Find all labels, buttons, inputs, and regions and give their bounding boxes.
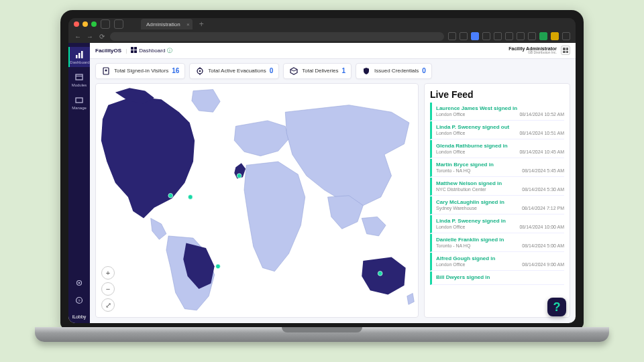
- ext-icon[interactable]: [517, 32, 525, 40]
- sidebar-settings[interactable]: [68, 276, 90, 290]
- account-menu[interactable]: Facility Administrator GB Distribution I…: [508, 46, 557, 54]
- feed-item-location: London Office: [436, 131, 465, 135]
- ext-icon[interactable]: [562, 32, 570, 40]
- feed-item[interactable]: Laurence James West signed inLondon Offi…: [430, 103, 564, 121]
- ext-icon[interactable]: [471, 32, 479, 40]
- ext-icon[interactable]: [505, 32, 513, 40]
- browser-window: Administration × + ← → ⟳: [68, 18, 576, 323]
- help-fab[interactable]: ?: [547, 298, 566, 316]
- feed-item-location: Sydney Warehouse: [436, 206, 477, 210]
- feed-item-location: NYC Distribution Center: [436, 187, 486, 192]
- zoom-out-button[interactable]: −: [101, 282, 115, 296]
- feed-item-time: 08/14/2024 9:00 AM: [522, 262, 564, 267]
- feed-item-location: Toronto - NA HQ: [436, 243, 470, 248]
- bars-icon: [75, 50, 85, 59]
- stat-label: Total Signed-in Visitors: [114, 68, 168, 74]
- badge-icon: [101, 66, 111, 76]
- feed-item-time: 08/14/2024 10:00 AM: [519, 225, 564, 229]
- map-pin[interactable]: [378, 271, 382, 276]
- sidebar-help[interactable]: ?: [68, 293, 90, 308]
- map-pin[interactable]: [216, 264, 221, 269]
- new-tab-icon[interactable]: +: [199, 19, 204, 29]
- feed-item[interactable]: Glenda Rathburne signed inLondon Office0…: [430, 140, 564, 158]
- ext-icon[interactable]: [539, 32, 547, 40]
- live-feed-title: Live Feed: [430, 89, 564, 100]
- feed-item-time: 08/14/2024 5:00 AM: [522, 243, 564, 248]
- tabs-overview-icon[interactable]: [114, 19, 123, 29]
- feed-item[interactable]: Matthew Nelson signed inNYC Distribution…: [430, 178, 564, 196]
- stat-label: Total Deliveries: [302, 68, 338, 74]
- ext-icon[interactable]: [494, 32, 502, 40]
- ext-icon[interactable]: [551, 32, 559, 40]
- info-icon[interactable]: ⓘ: [167, 47, 172, 54]
- sidebar-toggle-icon[interactable]: [101, 19, 110, 29]
- stat-card-evacuations[interactable]: Total Active Evacuations 0: [189, 63, 279, 79]
- window-controls: [74, 21, 97, 27]
- svg-rect-13: [134, 50, 137, 53]
- feed-item-location: London Office: [436, 225, 465, 229]
- shield-icon: [362, 66, 371, 76]
- ext-icon[interactable]: [460, 32, 468, 40]
- sidebar-item-manage[interactable]: Manage: [68, 93, 90, 113]
- feed-item-title: Cary McLaughlin signed in: [436, 199, 564, 205]
- map-pin[interactable]: [237, 174, 241, 178]
- world-map[interactable]: + − ⤢: [95, 83, 419, 318]
- breadcrumb[interactable]: Dashboard ⓘ: [131, 47, 172, 54]
- live-feed-list[interactable]: Laurence James West signed inLondon Offi…: [430, 103, 564, 314]
- feed-item[interactable]: Danielle Franklin signed inToronto - NA …: [430, 234, 564, 252]
- svg-point-15: [105, 69, 107, 71]
- zoom-reset-button[interactable]: ⤢: [101, 298, 115, 312]
- app-switcher-icon[interactable]: [561, 46, 570, 55]
- ext-icon[interactable]: [482, 32, 490, 40]
- stat-card-credentials[interactable]: Issued Credentials 0: [356, 63, 432, 79]
- tab-close-icon[interactable]: ×: [186, 21, 190, 27]
- svg-rect-12: [131, 50, 133, 53]
- minimize-window-icon[interactable]: [83, 21, 88, 27]
- browser-tab[interactable]: Administration ×: [141, 19, 193, 29]
- feed-item[interactable]: Cary McLaughlin signed inSydney Warehous…: [430, 196, 564, 215]
- stat-card-deliveries[interactable]: Total Deliveries 1: [283, 63, 352, 79]
- browser-extensions: [448, 32, 570, 40]
- feed-item-location: London Office: [436, 262, 465, 267]
- map-controls: + − ⤢: [101, 266, 115, 312]
- map-pin[interactable]: [188, 194, 193, 199]
- feed-item[interactable]: Alfred Gough signed inLondon Office08/14…: [430, 253, 564, 271]
- feed-item-time: 08/14/2024 5:45 AM: [522, 168, 564, 173]
- nav-forward-icon[interactable]: →: [86, 33, 94, 40]
- feed-item[interactable]: Linda P. Sweeney signed outLondon Office…: [430, 121, 564, 139]
- feed-item-time: 08/14/2024 10:45 AM: [519, 149, 564, 154]
- close-window-icon[interactable]: [74, 21, 79, 27]
- sidebar-brand: iLobby: [72, 310, 87, 323]
- sidebar-item-dashboard[interactable]: Dashboard: [68, 47, 90, 67]
- help-icon: ?: [74, 296, 84, 305]
- feed-item-location: London Office: [436, 149, 465, 154]
- stat-card-visitors[interactable]: Total Signed-in Visitors 16: [95, 63, 185, 79]
- stat-value: 1: [341, 67, 345, 74]
- nav-reload-icon[interactable]: ⟳: [98, 33, 106, 40]
- maximize-window-icon[interactable]: [91, 21, 97, 27]
- feed-item[interactable]: Martin Bryce signed inToronto - NA HQ08/…: [430, 159, 564, 177]
- ext-icon[interactable]: [528, 32, 536, 40]
- svg-rect-2: [81, 51, 83, 58]
- feed-item-time: 08/14/2024 5:30 AM: [522, 187, 564, 192]
- svg-point-17: [199, 70, 201, 72]
- sidebar-item-modules[interactable]: Modules: [68, 70, 90, 90]
- laptop-frame: Administration × + ← → ⟳: [60, 10, 584, 328]
- laptop-notch: [282, 327, 362, 333]
- feed-item[interactable]: Linda P. Sweeney signed inLondon Office0…: [430, 215, 564, 233]
- browser-tab-label: Administration: [146, 21, 180, 27]
- ext-icon[interactable]: [448, 32, 456, 40]
- feed-item-title: Linda P. Sweeney signed out: [436, 124, 564, 130]
- nav-back-icon[interactable]: ←: [74, 33, 82, 40]
- sidebar-item-label: Modules: [72, 83, 87, 87]
- url-input[interactable]: [110, 32, 444, 41]
- feed-item[interactable]: Bill Dwyers signed in: [430, 272, 564, 285]
- map-pin[interactable]: [168, 193, 173, 198]
- app-sidebar: Dashboard Modules Manage: [68, 43, 90, 323]
- breadcrumb-label: Dashboard: [139, 48, 165, 54]
- sidebar-item-label: Dashboard: [70, 60, 89, 64]
- feed-item-location: Toronto - NA HQ: [436, 168, 470, 173]
- svg-rect-11: [134, 47, 137, 50]
- zoom-in-button[interactable]: +: [101, 266, 115, 280]
- content-area: + − ⤢ Live Feed Laurence James West sign…: [90, 83, 576, 323]
